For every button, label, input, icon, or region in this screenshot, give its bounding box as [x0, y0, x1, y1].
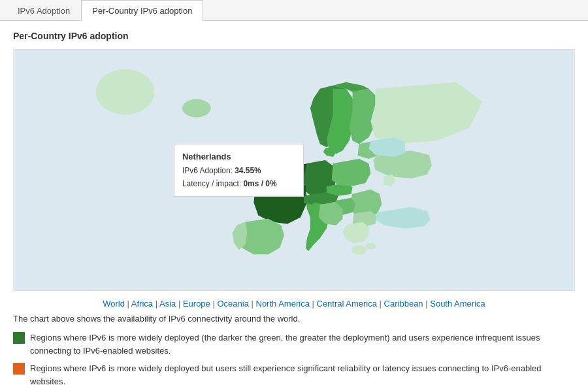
legend-item-green: Regions where IPv6 is more widely deploy…: [13, 331, 575, 357]
tab-per-country[interactable]: Per-Country IPv6 adoption: [81, 0, 203, 21]
page-title: Per-Country IPv6 adoption: [13, 31, 575, 41]
svg-point-1: [96, 69, 155, 115]
svg-point-3: [351, 245, 367, 254]
svg-point-2: [182, 99, 211, 118]
legend-text-green: Regions where IPv6 is more widely deploy…: [30, 331, 575, 357]
map-container: Netherlands IPv6 Adoption: 34.55% Latenc…: [13, 49, 575, 291]
svg-point-4: [365, 243, 376, 249]
nav-caribbean[interactable]: Caribbean: [384, 299, 423, 309]
chart-description: The chart above shows the availability o…: [13, 314, 575, 324]
tab-bar: IPv6 Adoption Per-Country IPv6 adoption: [0, 0, 588, 21]
legend-item-orange: Regions where IPv6 is more widely deploy…: [13, 362, 575, 385]
nav-europe[interactable]: Europe: [183, 299, 210, 309]
nav-africa[interactable]: Africa: [131, 299, 153, 309]
legend-color-orange: [13, 363, 25, 375]
nav-south-america[interactable]: South America: [430, 299, 485, 309]
nav-asia[interactable]: Asia: [159, 299, 176, 309]
nav-world[interactable]: World: [103, 299, 125, 309]
legend-color-green: [13, 332, 25, 344]
tab-ipv6-adoption[interactable]: IPv6 Adoption: [7, 0, 81, 21]
legend-text-orange: Regions where IPv6 is more widely deploy…: [30, 362, 575, 385]
nav-oceania[interactable]: Oceania: [217, 299, 248, 309]
map-svg: Netherlands IPv6 Adoption: 34.55% Latenc…: [14, 50, 574, 290]
nav-central-america[interactable]: Central America: [317, 299, 377, 309]
page-content: Per-Country IPv6 adoption: [0, 21, 588, 385]
legend: Regions where IPv6 is more widely deploy…: [13, 331, 575, 385]
nav-north-america[interactable]: North America: [256, 299, 310, 309]
region-nav: World | Africa | Asia | Europe | Oceania…: [13, 299, 575, 309]
